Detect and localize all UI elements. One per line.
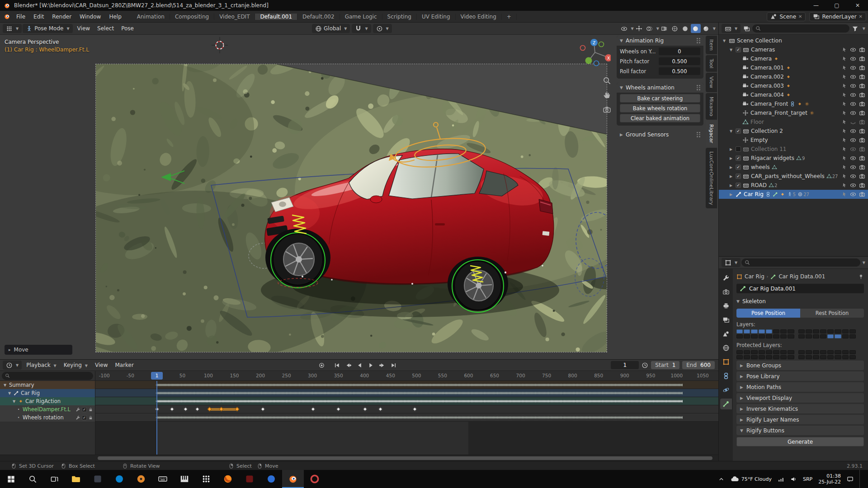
breadcrumb-item[interactable]: Car Rig Data.001 [778,273,825,280]
outliner-display-mode-button[interactable] [741,24,751,33]
render-toggle-icon[interactable] [859,74,865,80]
jump-to-end-button[interactable] [388,361,398,370]
proportional-edit-button[interactable]: ▼ [373,24,392,33]
layer-toggle[interactable] [813,334,819,338]
render-toggle-icon[interactable] [859,164,865,170]
outliner-row-wheels[interactable]: ▶✓wheels [719,163,868,172]
shading-solid-button[interactable] [680,24,690,33]
workspace-tab-compositing[interactable]: Compositing [170,14,214,20]
layer-toggle[interactable] [798,334,805,338]
properties-tab-armature[interactable] [720,399,732,409]
layer-toggle[interactable] [751,350,757,354]
layer-toggle[interactable] [806,355,812,359]
lock-icon[interactable] [88,407,93,412]
channel-car-rigaction[interactable]: ▼Car RigAction [0,397,95,405]
workspace-tab-uv-editing[interactable]: UV Editing [417,14,456,20]
expand-icon[interactable]: ▼ [722,39,727,43]
volume-icon[interactable] [790,476,797,483]
layer-toggle[interactable] [766,334,772,338]
frame-start-field[interactable]: Start1 [651,361,679,369]
layer-toggle[interactable] [766,329,772,333]
3d-scene[interactable] [96,64,607,352]
expand-icon[interactable]: ▶ [728,165,734,169]
visibility-toggle-icon[interactable] [850,92,856,98]
overlays-button[interactable] [645,24,655,33]
sidebar-tab-mixamo[interactable]: Mixamo [706,93,717,120]
sidebar-tab-tool[interactable]: Tool [706,55,717,72]
timeline-scrollbar[interactable] [0,455,718,461]
layer-toggle[interactable] [736,355,743,359]
channel-enable-checkbox[interactable]: ✓ [82,407,87,412]
button-bake-car-steering[interactable]: Bake car steering [620,94,700,103]
render-toggle-icon[interactable] [859,47,865,53]
expand-icon[interactable]: ▼ [728,129,734,133]
outliner-row-empty[interactable]: Empty [719,136,868,145]
timeline-ruler[interactable]: -100-50501001502002503003504004505005506… [95,371,718,381]
layer-toggle[interactable] [751,334,757,338]
outliner-row-collection-11[interactable]: ▶Collection 11 [719,145,868,154]
sidebar-tab-view[interactable]: View [706,73,717,92]
render-toggle-icon[interactable] [859,155,865,161]
collection-checkbox[interactable]: ✓ [736,155,741,161]
keyframe[interactable] [195,407,200,412]
selectable-toggle-icon[interactable] [842,164,847,170]
object-visibility-button[interactable] [619,24,629,33]
collection-checkbox[interactable]: ✓ [736,183,741,188]
expand-icon[interactable]: ▶ [728,156,734,160]
next-keyframe-button[interactable] [377,361,387,370]
network-icon[interactable] [778,476,784,483]
outliner-row-cameras[interactable]: ▼✓Cameras [719,45,868,54]
collection-checkbox[interactable]: ✓ [736,128,741,134]
properties-tab-wrench[interactable] [720,272,732,283]
selectable-toggle-icon[interactable] [842,92,847,98]
visibility-toggle-icon[interactable] [850,83,856,89]
render-toggle-icon[interactable] [859,173,865,179]
panel-inverse-kinematics[interactable]: ▶Inverse Kinematics [736,404,864,413]
layer-toggle[interactable] [806,334,812,338]
expand-icon[interactable]: ▶ [728,192,734,197]
keyframe-band-wheels-rotation[interactable] [95,413,718,422]
layer-toggle[interactable] [842,334,849,338]
taskbar-app-firefox-7[interactable] [217,470,239,488]
start-button[interactable] [0,470,22,488]
mode-selector[interactable]: Pose Mode▼ [23,24,72,33]
layer-toggle[interactable] [849,350,856,354]
menu-help[interactable]: Help [105,14,125,20]
keyframe[interactable] [311,407,315,412]
layer-toggle[interactable] [820,355,826,359]
pin-icon[interactable] [858,274,864,280]
selectable-toggle-icon[interactable] [842,155,847,161]
outliner-row-road[interactable]: ▶✓ROAD2 [719,181,868,190]
timeline-menu-playback[interactable]: Playback ▼ [23,362,60,368]
menu-window[interactable]: Window [75,14,105,20]
layer-toggle[interactable] [813,355,819,359]
visibility-toggle-icon[interactable] [850,110,856,116]
selectable-toggle-icon[interactable] [842,174,847,179]
layer-toggle[interactable] [751,355,757,359]
selectable-toggle-icon[interactable] [842,183,847,188]
outliner-row-scene-collection[interactable]: ▼Scene Collection [719,36,868,45]
layer-toggle[interactable] [835,350,841,354]
notification-icon[interactable] [847,476,854,483]
layer-toggle[interactable] [798,350,805,354]
selectable-toggle-icon[interactable] [842,74,847,80]
visibility-toggle-icon[interactable] [850,119,856,125]
outliner-search-input[interactable] [752,24,849,33]
panel-rigify-layer-names[interactable]: ▶Rigify Layer Names [736,415,864,424]
playhead[interactable] [156,381,157,455]
keyframe-band-summary[interactable] [95,381,718,389]
layer-toggle[interactable] [773,350,779,354]
render-toggle-icon[interactable] [859,146,865,152]
visibility-toggle-icon[interactable] [850,101,856,107]
layer-toggle[interactable] [820,350,826,354]
gizmos-button[interactable] [634,24,644,33]
layer-toggle[interactable] [766,350,772,354]
collection-checkbox[interactable]: ✓ [736,164,741,170]
auto-keying-button[interactable] [316,361,326,370]
scene-selector[interactable]: Scene ✕ [767,12,806,21]
render-toggle-icon[interactable] [859,191,865,197]
layer-toggle[interactable] [751,329,757,333]
workspace-tab-video-edit[interactable]: Video_EDIT [214,14,255,20]
outliner-row-camera-001[interactable]: Camera.001 [719,63,868,72]
properties-tab-world[interactable] [720,343,732,353]
